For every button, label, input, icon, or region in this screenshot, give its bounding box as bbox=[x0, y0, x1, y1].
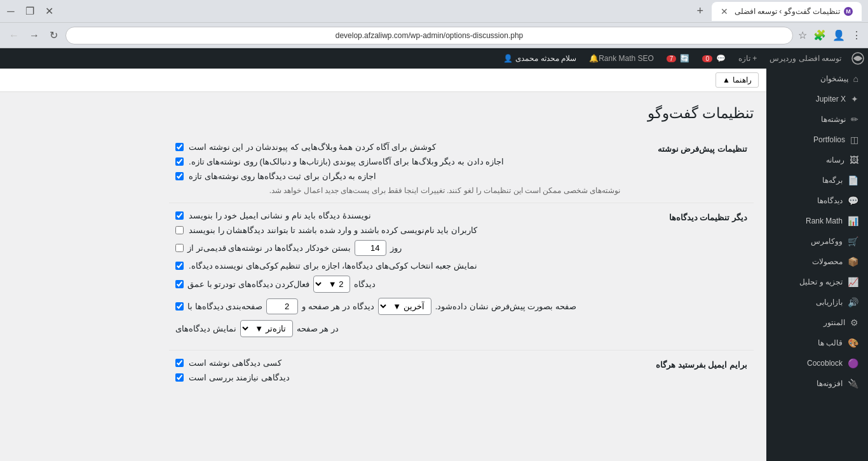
browser-chrome: M تنظیمات گفت‌وگو › توسعه افضلی ✕ + ─ ❐ … bbox=[0, 0, 868, 23]
setting-comments-notify: کسی دیدگاهی نوشته است bbox=[175, 358, 620, 368]
page-comments-input[interactable] bbox=[266, 298, 298, 314]
updates-icon: 🔄 bbox=[680, 54, 689, 63]
posts-icon: ✏ bbox=[851, 114, 858, 124]
display-order-select[interactable]: تازه‌تر ▼ bbox=[240, 320, 293, 337]
back-button[interactable]: ← bbox=[6, 27, 22, 44]
woo-icon: 🛒 bbox=[848, 236, 858, 246]
sidebar-item-portfolios[interactable]: ◫ Portfolios bbox=[766, 130, 868, 150]
profile-icon[interactable]: 👤 bbox=[832, 29, 845, 41]
sidebar-item-comments[interactable]: 💬 دیدگاه‌ها bbox=[766, 190, 868, 211]
checkbox-close-comments[interactable] bbox=[175, 244, 184, 252]
section-other-settings: دیگر تنظیمات دیدگاه‌ها نویسندهٔ دیدگاه ب… bbox=[169, 203, 754, 351]
sidebar-item-jupiterx[interactable]: ✦ Jupiter X bbox=[766, 89, 868, 109]
media-icon: 🖼 bbox=[850, 155, 858, 165]
setting-label-default-pingback: اجازه دادن به دیگر وبلاگ‌ها برای آگاه‌سا… bbox=[189, 157, 504, 166]
settings-table: تنظیمات پیش‌فرض نوشته کوشش برای آگاه کرد… bbox=[169, 135, 754, 395]
checkbox-pingback[interactable] bbox=[175, 143, 184, 151]
section-heading-default: تنظیمات پیش‌فرض نوشته bbox=[627, 135, 754, 203]
checkbox-require-name[interactable] bbox=[175, 211, 184, 220]
comments-item[interactable]: 💬 0 bbox=[696, 48, 732, 69]
extension-icon[interactable]: 🧩 bbox=[813, 29, 826, 41]
sidebar-item-elementor[interactable]: ⚙ المنتور bbox=[766, 312, 868, 333]
sidebar-item-themes[interactable]: 🎨 قالب ها bbox=[766, 333, 868, 353]
rank-math-item[interactable]: Rank Math SEO🔔 bbox=[583, 48, 660, 69]
display-pre-label: نمایش دیدگاه‌های bbox=[175, 324, 236, 333]
sidebar-item-woocommerce[interactable]: 🛒 ووکامرس bbox=[766, 231, 868, 251]
checkbox-moderation-notify[interactable] bbox=[175, 373, 184, 382]
wp-sidebar: ⌂ پیشخوان ✦ Jupiter X ✏ نوشته‌ها ◫ Portf… bbox=[766, 69, 868, 461]
minimize-button[interactable]: ─ bbox=[6, 7, 15, 16]
sidebar-item-products[interactable]: 📦 محصولات bbox=[766, 251, 868, 272]
active-tab[interactable]: M تنظیمات گفت‌وگو › توسعه افضلی ✕ bbox=[712, 2, 862, 21]
greeting-item[interactable]: سلام محدثه محمدی 👤 bbox=[497, 48, 583, 69]
new-content-item[interactable]: + تازه bbox=[732, 48, 763, 69]
page-title: تنظیمات گفت‌وگو bbox=[169, 105, 754, 122]
sidebar-label-media: رسانه bbox=[826, 156, 844, 164]
setting-pingback: کوشش برای آگاه کردن همهٔ وبلاگ‌هایی که پ… bbox=[175, 142, 620, 152]
close-tab-button[interactable]: ✕ bbox=[721, 6, 728, 17]
portfolios-icon: ◫ bbox=[850, 135, 858, 145]
sidebar-label-pages: برگه‌ها bbox=[822, 176, 843, 185]
wp-main: راهنما ▲ تنظیمات گفت‌وگو تنظیمات پیش‌فرض… bbox=[0, 69, 766, 461]
browser-tabs: M تنظیمات گفت‌وگو › توسعه افضلی ✕ + bbox=[58, 2, 862, 21]
page-order-select[interactable]: آخرین ▼ bbox=[378, 298, 431, 315]
comments-sidebar-icon: 💬 bbox=[848, 196, 858, 206]
setting-comment-reg: کاربران باید نام‌نویسی کرده باشند و وارد… bbox=[175, 225, 620, 235]
maximize-button[interactable]: ❐ bbox=[25, 7, 34, 16]
sidebar-item-marketing[interactable]: 🔊 بازاریابی bbox=[766, 292, 868, 312]
sidebar-item-analytics[interactable]: 📈 تجزیه و تحلیل bbox=[766, 272, 868, 292]
section-td-default: کوشش برای آگاه کردن همهٔ وبلاگ‌هایی که پ… bbox=[169, 135, 627, 203]
sidebar-item-posts[interactable]: ✏ نوشته‌ها bbox=[766, 109, 868, 130]
threaded-depth-select[interactable]: 2 ▼ bbox=[313, 276, 350, 293]
sidebar-item-cocoblock[interactable]: 🟣 Cocoblock bbox=[766, 353, 868, 373]
updates-item[interactable]: 🔄 7 bbox=[660, 48, 696, 69]
sidebar-item-plugins[interactable]: 🔌 افزونه‌ها bbox=[766, 373, 868, 394]
checkbox-comment-reg[interactable] bbox=[175, 226, 184, 234]
sidebar-label-jupiterx: Jupiter X bbox=[816, 95, 846, 104]
checkbox-comments-notify[interactable] bbox=[175, 359, 184, 367]
close-button[interactable]: ✕ bbox=[44, 7, 53, 16]
checkbox-comment-status[interactable] bbox=[175, 172, 184, 180]
reload-button[interactable]: ↻ bbox=[47, 27, 60, 44]
sidebar-item-media[interactable]: 🖼 رسانه bbox=[766, 150, 868, 170]
checkbox-pagination[interactable] bbox=[175, 302, 184, 311]
pagination-pre-label: صفحه‌بندی دیدگاه‌ها با bbox=[187, 302, 262, 311]
checkbox-threaded[interactable] bbox=[175, 280, 184, 288]
section-default-post-settings: تنظیمات پیش‌فرض نوشته کوشش برای آگاه کرد… bbox=[169, 135, 754, 203]
helper-button-label: راهنما bbox=[733, 76, 752, 84]
close-comments-days-input[interactable] bbox=[355, 240, 386, 256]
sidebar-item-dashboard[interactable]: ⌂ پیشخوان bbox=[766, 69, 868, 89]
sidebar-label-marketing: بازاریابی bbox=[816, 298, 843, 307]
greeting-text: سلام محدثه محمدی bbox=[515, 54, 576, 63]
address-bar-row: ← → ↻ develop.afzaliwp.com/wp-admin/opti… bbox=[0, 23, 868, 48]
sidebar-label-dashboard: پیشخوان bbox=[820, 74, 848, 83]
setting-label-cookies: نمایش جعبه انتخاب کوکی‌های دیدگاه‌ها، اج… bbox=[189, 261, 477, 271]
checkbox-cookies[interactable] bbox=[175, 262, 184, 270]
checkbox-default-pingback[interactable] bbox=[175, 157, 184, 166]
bookmark-icon[interactable]: ☆ bbox=[798, 29, 807, 41]
sidebar-item-pages[interactable]: 📄 برگه‌ها bbox=[766, 170, 868, 190]
new-tab-button[interactable]: + bbox=[691, 3, 709, 20]
setting-pagination: صفحه بصورت پیش‌فرض نشان داده‌شود. آخرین … bbox=[175, 298, 620, 315]
site-name-item[interactable]: توسعه افضلی وردپرس bbox=[763, 48, 848, 69]
helper-button[interactable]: راهنما ▲ bbox=[715, 72, 759, 88]
display-post-label: در هر صفحه bbox=[297, 324, 339, 333]
setting-label-pingback: کوشش برای آگاه کردن همهٔ وبلاگ‌هایی که پ… bbox=[189, 142, 436, 152]
wp-logo[interactable] bbox=[848, 48, 868, 69]
updates-count: 7 bbox=[667, 55, 677, 62]
wp-layout: ⌂ پیشخوان ✦ Jupiter X ✏ نوشته‌ها ◫ Portf… bbox=[0, 69, 868, 461]
menu-icon[interactable]: ⋮ bbox=[851, 29, 862, 41]
setting-close-comments: روز بستن خودکار دیدگاه‌ها در نوشته‌های ق… bbox=[175, 240, 620, 256]
close-comments-pre-label: بستن خودکار دیدگاه‌ها در نوشته‌های قدیمی… bbox=[187, 243, 351, 253]
comments-count: 0 bbox=[702, 55, 712, 62]
toolbar-icons: ☆ 🧩 👤 ⋮ bbox=[798, 29, 862, 41]
sidebar-label-comments: دیدگاه‌ها bbox=[817, 196, 843, 205]
sidebar-label-cocoblock: Cocoblock bbox=[807, 359, 843, 368]
dashboard-icon: ⌂ bbox=[853, 74, 858, 84]
address-bar[interactable]: develop.afzaliwp.com/wp-admin/options-di… bbox=[65, 27, 793, 44]
pages-icon: 📄 bbox=[848, 175, 858, 185]
sidebar-item-rankmath[interactable]: 📊 Rank Math bbox=[766, 211, 868, 231]
sidebar-label-analytics: تجزیه و تحلیل bbox=[799, 277, 843, 286]
rank-math-text: Rank Math SEO🔔 bbox=[589, 54, 654, 63]
forward-button[interactable]: → bbox=[27, 27, 42, 44]
